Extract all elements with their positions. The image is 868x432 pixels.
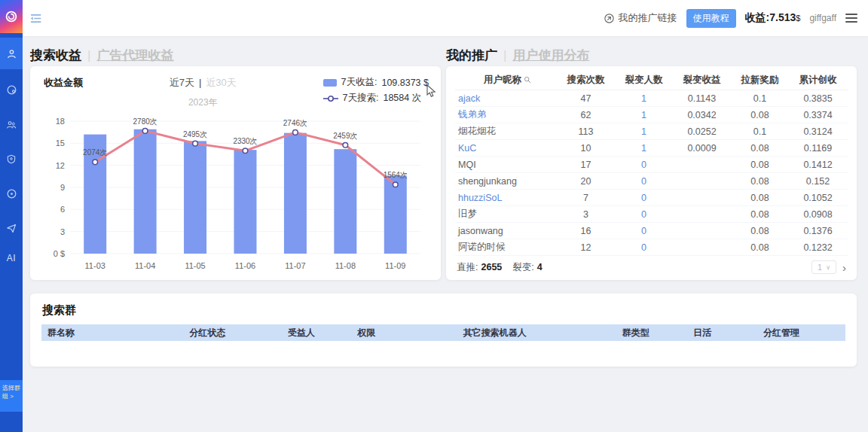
- user-menu-button[interactable]: [845, 11, 857, 25]
- total-revenue: 0.3124: [789, 126, 847, 137]
- revenue-display: 收益:7.513$: [745, 11, 801, 25]
- referral-reward: 0.1: [731, 93, 789, 104]
- fission-count[interactable]: 1: [615, 110, 673, 120]
- search-count: 62: [557, 110, 615, 120]
- dashboard-page: AI 选择群 组 > 我的推广链接 使用教程: [0, 0, 868, 432]
- fission-count[interactable]: 1: [615, 143, 673, 154]
- revenue-bar-line-chart: 0 $36912151811-0311-0411-0511-0611-0711-…: [41, 111, 429, 275]
- sidebar-item-ai[interactable]: AI: [0, 242, 23, 274]
- svg-text:11-08: 11-08: [335, 261, 356, 270]
- chevron-down-icon: ∨: [826, 264, 830, 271]
- tutorial-button[interactable]: 使用教程: [686, 9, 736, 28]
- fission-count[interactable]: 0: [615, 226, 673, 236]
- revenue-label: 收益:: [745, 11, 770, 23]
- svg-text:2495次: 2495次: [183, 130, 207, 138]
- user-nickname: shengjunkang: [455, 176, 557, 187]
- user-icon: [6, 48, 17, 59]
- svg-text:2459次: 2459次: [333, 132, 357, 140]
- table-row: hhuzziSoL700.080.1052: [455, 190, 848, 206]
- user-nickname: MQI: [455, 160, 557, 170]
- direct-label: 直推:: [457, 261, 478, 274]
- sidebar-collapse-button[interactable]: [30, 13, 43, 24]
- search-count: 3: [557, 209, 615, 220]
- promo-link[interactable]: 我的推广链接: [604, 11, 677, 25]
- groups-header-row: 群名称 分红状态 受益人 权限 其它搜索机器人 群类型 日活 分红管理: [41, 324, 845, 341]
- svg-text:11-07: 11-07: [285, 261, 305, 270]
- user-nickname[interactable]: hhuzziSoL: [455, 193, 557, 203]
- fission-count[interactable]: 0: [615, 160, 673, 170]
- promo-link-label: 我的推广链接: [619, 11, 677, 25]
- table-row: MQI1700.080.1412: [455, 157, 848, 173]
- groups-title: 搜索群: [30, 294, 857, 324]
- search-count: 12: [557, 242, 615, 253]
- sidebar-item-send[interactable]: [0, 212, 23, 244]
- col-other-bots: 其它搜索机器人: [457, 327, 616, 339]
- spiral-logo-icon: [5, 10, 18, 23]
- svg-text:11-05: 11-05: [185, 261, 205, 270]
- mouse-cursor: [426, 84, 437, 98]
- svg-text:11-04: 11-04: [135, 261, 155, 270]
- fission-label: 裂变:: [512, 261, 533, 274]
- sidebar-item-team[interactable]: [0, 108, 23, 140]
- total-revenue: 0.152: [789, 176, 847, 187]
- fission-count[interactable]: 0: [615, 209, 673, 220]
- user-nickname[interactable]: KuC: [455, 143, 557, 154]
- revenue-value: 7.513: [769, 11, 796, 23]
- legend-line-swatch: [323, 95, 338, 102]
- referral-reward: 0.08: [731, 176, 789, 187]
- chart-legend: 7天收益: 109.8373 $ 7天搜索: 18584 次: [323, 76, 429, 109]
- svg-text:9: 9: [60, 183, 65, 192]
- fission-revenue: 0.0342: [673, 110, 731, 120]
- fission-count[interactable]: 0: [615, 176, 673, 187]
- table-row: 旧梦300.080.0908: [455, 206, 848, 223]
- svg-text:1564次: 1564次: [384, 171, 408, 179]
- col-fission-revenue: 裂变收益: [673, 74, 731, 87]
- svg-text:2330次: 2330次: [233, 137, 257, 145]
- fission-revenue: 0.1143: [673, 93, 731, 104]
- col-fission-count: 裂变人数: [615, 74, 673, 87]
- search-count: 17: [557, 160, 615, 170]
- sidebar-item-globe[interactable]: [0, 74, 23, 105]
- app-logo: [0, 0, 23, 33]
- fission-count[interactable]: 1: [615, 126, 673, 137]
- fission-count[interactable]: 0: [615, 193, 673, 203]
- user-nickname[interactable]: 钱弟弟: [455, 108, 557, 121]
- col-daily-active: 日活: [687, 327, 757, 339]
- search-count: 47: [557, 93, 615, 104]
- sidebar-item-disc[interactable]: [0, 178, 23, 209]
- tab-user-distribution[interactable]: 用户使用分布: [512, 48, 589, 62]
- revenue-chart-card: 收益金额 近7天|近30天 2023年 7天收益: 109.8373 $: [30, 66, 441, 280]
- sidebar-item-shield[interactable]: [0, 143, 23, 175]
- svg-text:15: 15: [56, 138, 65, 148]
- legend-line-value: 18584 次: [383, 92, 421, 105]
- fission-revenue: 0.0252: [673, 126, 731, 137]
- next-page-button[interactable]: ›: [842, 262, 846, 273]
- legend-line-label: 7天搜索:: [343, 92, 379, 105]
- badge-line2: 组 >: [2, 392, 22, 400]
- user-nickname[interactable]: ajack: [455, 93, 557, 104]
- range-30days-tab[interactable]: 近30天: [206, 77, 236, 88]
- team-icon: [5, 119, 17, 130]
- topbar: 我的推广链接 使用教程 收益:7.513$ giffgaff: [23, 0, 868, 36]
- search-count: 10: [557, 143, 615, 154]
- total-revenue: 0.1169: [789, 143, 847, 154]
- search-count: 20: [557, 176, 615, 187]
- select-group-badge[interactable]: 选择群 组 >: [0, 380, 23, 412]
- search-icon[interactable]: [524, 76, 531, 84]
- fission-count[interactable]: 0: [615, 242, 673, 253]
- total-revenue: 0.1376: [789, 226, 847, 236]
- referral-reward: 0.08: [731, 226, 789, 236]
- total-revenue: 0.1052: [789, 193, 847, 203]
- referral-reward: 0.08: [731, 193, 789, 203]
- total-revenue: 0.0908: [789, 209, 847, 220]
- col-group-type: 群类型: [616, 327, 687, 339]
- tab-ad-agent-revenue[interactable]: 广告代理收益: [96, 48, 173, 62]
- search-groups-card: 搜索群 群名称 分红状态 受益人 权限 其它搜索机器人 群类型 日活 分红管理: [30, 294, 857, 367]
- tab-search-revenue[interactable]: 搜索收益: [30, 48, 81, 62]
- fission-count[interactable]: 1: [615, 93, 673, 104]
- range-7days-tab[interactable]: 近7天: [170, 77, 194, 88]
- sidebar-item-users[interactable]: [0, 38, 23, 69]
- tab-my-promotion[interactable]: 我的推广: [446, 48, 497, 62]
- col-total-revenue: 累计创收: [789, 74, 847, 87]
- page-select[interactable]: 1∨: [811, 260, 836, 274]
